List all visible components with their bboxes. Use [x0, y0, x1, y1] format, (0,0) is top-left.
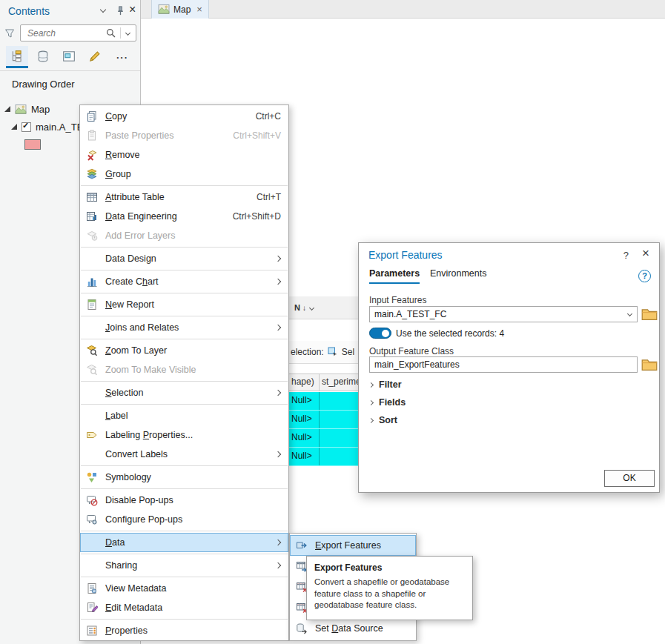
table-cell [320, 392, 358, 410]
sort-arrow-icon: ↓ [302, 304, 306, 312]
contents-toolbar [6, 46, 106, 68]
menu-item-create-chart[interactable]: Create Chart [80, 272, 288, 291]
attribute-table-icon [85, 191, 99, 203]
list-by-editing-button[interactable] [84, 46, 106, 68]
no-icon [85, 448, 99, 460]
tab-environments[interactable]: Environments [430, 268, 486, 282]
select-label-fragment: Sel [342, 347, 354, 357]
section-label: Sort [379, 415, 397, 425]
table-cell [320, 411, 358, 428]
tab-parameters[interactable]: Parameters [369, 268, 420, 284]
view-tab-map[interactable]: Map × [151, 0, 209, 19]
select-icon [328, 347, 338, 357]
menu-item-convert-labels[interactable]: Convert Labels [80, 445, 288, 464]
input-features-combo[interactable]: main.A_TEST_FC [369, 306, 638, 322]
menu-item-data[interactable]: Data [80, 533, 288, 552]
menu-item-label[interactable]: Label [80, 406, 288, 425]
sort-button[interactable]: N ↓ [294, 300, 314, 315]
menu-item-label: New Report [105, 299, 281, 310]
tab-close-icon[interactable]: × [196, 4, 202, 15]
layer-symbol-patch[interactable] [24, 139, 41, 150]
browse-folder-button[interactable] [641, 357, 658, 372]
menu-item-label: Joins and Relates [105, 322, 281, 333]
no-icon [85, 322, 99, 333]
search-icon[interactable] [105, 27, 116, 39]
pin-icon[interactable] [115, 5, 126, 16]
view-metadata-icon [85, 582, 99, 594]
menu-item-labeling-properties[interactable]: Labeling Properties... [80, 425, 288, 445]
export-features-icon [294, 540, 309, 551]
new-report-icon [85, 299, 99, 311]
menu-item-export-features[interactable]: Export Features [290, 535, 416, 556]
menu-item-configure-pop-ups[interactable]: Configure Pop-ups [80, 510, 288, 529]
table-row-selected[interactable]: Null> [289, 448, 358, 466]
menu-shortcut: Ctrl+C [256, 111, 281, 122]
table-row-selected[interactable]: Null> [289, 429, 358, 448]
menu-separator [81, 381, 288, 382]
menu-item-label: Data [105, 537, 281, 548]
layer-visibility-checkbox[interactable]: ✓ [21, 122, 31, 132]
menu-item-selection[interactable]: Selection [80, 383, 288, 402]
tree-item-label: Map [31, 104, 50, 115]
pane-close-icon[interactable]: × [129, 3, 136, 16]
no-icon [85, 537, 99, 548]
table-cell: Null> [289, 429, 320, 447]
table-cell: Null> [289, 411, 320, 428]
search-input[interactable]: Search [20, 24, 136, 42]
menu-item-zoom-to-layer[interactable]: Zoom To Layer [80, 341, 288, 360]
export-features-dialog: Export Features ? × Parameters Environme… [358, 242, 660, 493]
drawing-order-label: Drawing Order [12, 79, 75, 90]
column-header[interactable]: st_perime [320, 374, 358, 391]
menu-separator [81, 577, 288, 577]
menu-item-data-design[interactable]: Data Design [80, 249, 288, 268]
menu-item-attribute-table[interactable]: Attribute TableCtrl+T [80, 187, 288, 207]
menu-shortcut: Ctrl+Shift+V [233, 130, 281, 141]
menu-separator [81, 554, 288, 554]
menu-item-set-data-source[interactable]: Set Data Source [290, 618, 416, 639]
browse-folder-button[interactable] [641, 307, 658, 322]
dialog-close-icon[interactable]: × [642, 246, 649, 261]
menu-separator [81, 339, 288, 339]
table-cell [320, 429, 358, 447]
menu-item-data-engineering[interactable]: Data EngineeringCtrl+Shift+D [80, 207, 288, 226]
chevron-right-icon [368, 399, 374, 405]
dialog-help-button[interactable]: ? [623, 250, 629, 261]
remove-icon [85, 149, 99, 161]
menu-item-edit-metadata[interactable]: Edit Metadata [80, 598, 288, 617]
menu-item-symbology[interactable]: Symbology [80, 468, 288, 487]
pane-options-chevron-icon[interactable] [100, 7, 106, 13]
chevron-down-icon [309, 305, 314, 310]
menu-item-remove[interactable]: Remove [80, 145, 288, 165]
filter-funnel-icon[interactable] [4, 27, 16, 39]
menu-item-label: Convert Labels [105, 449, 281, 459]
search-options-chevron-icon[interactable] [125, 30, 130, 36]
menu-item-label: Group [105, 169, 281, 179]
use-selected-records-toggle[interactable] [369, 328, 391, 339]
expand-triangle-icon[interactable] [4, 106, 10, 112]
menu-item-sharing[interactable]: Sharing [80, 556, 288, 575]
list-by-drawing-order-icon [10, 50, 24, 63]
more-options-button[interactable]: ··· [111, 46, 133, 68]
list-by-selection-button[interactable] [58, 46, 80, 68]
menu-item-new-report[interactable]: New Report [80, 295, 288, 314]
menu-item-properties[interactable]: Properties [80, 621, 288, 640]
section-filter[interactable]: Filter [369, 378, 402, 391]
column-header[interactable]: hape) [289, 374, 320, 391]
list-by-drawing-order-button[interactable] [6, 46, 28, 68]
section-fields[interactable]: Fields [369, 396, 406, 409]
check-icon: ✓ [22, 121, 29, 130]
menu-item-joins-and-relates[interactable]: Joins and Relates [80, 318, 288, 337]
menu-item-view-metadata[interactable]: View Metadata [80, 579, 288, 598]
tooltip-title: Export Features [314, 562, 465, 573]
section-sort[interactable]: Sort [369, 414, 397, 427]
menu-item-disable-pop-ups[interactable]: Disable Pop-ups [80, 491, 288, 510]
parameters-help-icon[interactable]: ? [638, 270, 651, 282]
table-row-selected[interactable]: Null> [289, 411, 358, 429]
list-by-data-source-button[interactable] [32, 46, 54, 68]
menu-item-copy[interactable]: CopyCtrl+C [80, 107, 288, 126]
expand-triangle-icon[interactable] [11, 124, 17, 130]
output-feature-class-input[interactable]: main_ExportFeatures [369, 356, 638, 373]
table-row-selected[interactable]: Null> [289, 392, 358, 411]
ok-button[interactable]: OK [604, 470, 655, 487]
menu-item-group[interactable]: Group [80, 165, 288, 184]
